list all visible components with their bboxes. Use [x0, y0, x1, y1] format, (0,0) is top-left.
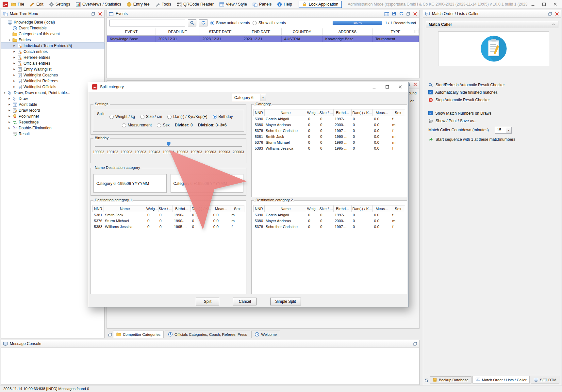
column-header[interactable]: Size / ...	[319, 205, 333, 212]
table-row[interactable]: 5378Schreiber Christine001997-...00.0f	[254, 224, 405, 230]
column-header[interactable]: Size / ...	[319, 109, 333, 116]
radio-weight-kg[interactable]: Weight / kg	[109, 114, 135, 119]
column-header[interactable]: Dan(-) / K...	[352, 109, 373, 116]
close-icon[interactable]	[398, 85, 403, 89]
tree-item[interactable]: ▶Individual / Team Entries (5)	[1, 43, 104, 49]
export-icon[interactable]	[392, 11, 396, 16]
column-header[interactable]: NNR	[93, 205, 104, 212]
restore-panel-icon[interactable]	[548, 12, 552, 16]
tree-expand-arrow-icon[interactable]: ▶	[13, 86, 16, 88]
destination-name-2-input[interactable]: Category 6 +199506 YYYYMM	[171, 174, 244, 193]
table-row[interactable]: 5381Smith Jack001990-...00.0m	[93, 212, 244, 218]
tree-expand-arrow-icon[interactable]: ▼	[8, 39, 11, 41]
tab-competitor-categories[interactable]: Competitor Categories	[113, 331, 164, 338]
table-row[interactable]: 5383Williams Jessica001995-...00.0f	[254, 145, 405, 151]
table-row[interactable]: Knowledge Base2023.12.312023.12.312023.1…	[107, 35, 419, 42]
column-header[interactable]: END DATE	[241, 28, 281, 35]
tree-expand-arrow-icon[interactable]: ▶	[8, 103, 11, 106]
tab-set-dtm[interactable]: SET DTM	[531, 376, 559, 384]
table-row[interactable]: 5390Garcia Abigail001997-...00.0f	[254, 116, 405, 122]
tree-expand-arrow-icon[interactable]: ▶	[13, 68, 16, 71]
refresh-button[interactable]	[199, 19, 207, 26]
tab-officials-categories[interactable]: Officials Categories, Coach, Referee, Pr…	[165, 331, 250, 338]
lock-application-button[interactable]: Lock Application	[299, 1, 342, 8]
checkbox-checked-icon[interactable]	[428, 90, 433, 94]
column-header[interactable]: Name	[264, 205, 307, 212]
column-header[interactable]: Dan(-) / K...	[191, 205, 212, 212]
column-header[interactable]: Name	[104, 205, 146, 212]
menu-item-view-style[interactable]: View / Style	[219, 2, 247, 7]
destination-name-1-input[interactable]: Category 6 -199506 YYYYMM	[93, 174, 167, 193]
panel-toggle-icon[interactable]	[424, 378, 429, 383]
table-row[interactable]: 5376Sturm Michael001990-...00.0m	[93, 218, 244, 224]
column-header[interactable]: Meas...	[373, 205, 391, 212]
tab-match-order-lists-caller[interactable]: Match Order / Lists / Caller	[472, 376, 530, 384]
column-header[interactable]: EVENT	[107, 28, 156, 35]
table-row[interactable]: 5380Mayer Andreas002000-...00.0m	[254, 122, 405, 128]
table-row[interactable]: 5380Mayer Andreas002000-...00.0m	[254, 218, 405, 224]
column-header[interactable]: TYPE	[372, 28, 419, 35]
tree-expand-arrow-icon[interactable]: ▶	[8, 121, 11, 123]
column-header[interactable]: Size / ...	[158, 205, 173, 212]
option-show-match-numbers[interactable]: Show Match Numbers on Draws	[423, 109, 561, 117]
column-header[interactable]: Birthd...	[333, 109, 352, 116]
tree-expand-arrow-icon[interactable]: ▶	[8, 97, 11, 100]
option-start-sequence[interactable]: Start sequence with 1 at these matchnumb…	[423, 136, 561, 143]
column-header[interactable]: DEADLINE	[156, 28, 200, 35]
column-header[interactable]: Meas...	[373, 109, 391, 116]
tree-expand-arrow-icon[interactable]: ▶	[13, 74, 16, 76]
tree-item[interactable]: Event Timetable	[1, 25, 104, 31]
tree-expand-arrow-icon[interactable]: ▶	[8, 127, 11, 129]
close-panel-icon[interactable]	[98, 12, 102, 16]
tree-item[interactable]: ▶Officials entries	[1, 60, 104, 66]
tree-item[interactable]: ▶Entry Waitinglist	[1, 66, 104, 72]
table-row[interactable]: 5381Smith Jack001990-...00.0m	[254, 134, 405, 139]
menu-item-qrcode-reader[interactable]: QRCode Reader	[177, 2, 214, 7]
menu-item-settings[interactable]: Settings	[49, 2, 70, 7]
tree-item[interactable]: Knowledge Base (local)	[1, 19, 104, 25]
chevron-up-icon[interactable]	[552, 23, 555, 26]
checkbox-checked-icon[interactable]	[428, 111, 433, 115]
search-button[interactable]	[188, 19, 196, 26]
maximize-icon[interactable]	[542, 2, 546, 7]
radio-show-all-events[interactable]: Show all events	[253, 21, 286, 25]
tree-expand-arrow-icon[interactable]: ▶	[8, 115, 11, 118]
option-start-refresh-checker[interactable]: Start/Refresh Automatic Result Checker	[423, 81, 561, 89]
column-header[interactable]: Name	[264, 109, 307, 116]
close-panel-icon[interactable]	[413, 82, 417, 87]
column-header[interactable]: ADDRESS	[322, 28, 372, 35]
menu-item-help[interactable]: Help	[277, 2, 292, 7]
tree-expand-arrow-icon[interactable]: ▶	[13, 44, 16, 47]
column-header[interactable]: Weig...	[307, 205, 319, 212]
column-header[interactable]: NNR	[254, 109, 265, 116]
restore-panel-icon[interactable]	[406, 12, 410, 16]
restore-panel-icon[interactable]	[91, 12, 95, 16]
tree-expand-arrow-icon[interactable]: ▶	[8, 109, 11, 112]
category-select[interactable]: Category 6	[232, 94, 266, 101]
tab-welcome[interactable]: Welcome	[251, 331, 280, 338]
radio-sex[interactable]: Sex	[157, 123, 170, 127]
column-header[interactable]: Birthd...	[173, 205, 191, 212]
tree-expand-arrow-icon[interactable]: ▶	[13, 50, 16, 53]
menu-item-tools[interactable]: Tools	[155, 2, 171, 7]
cancel-button[interactable]: Cancel	[233, 298, 256, 305]
birthday-slider-thumb[interactable]	[167, 142, 171, 146]
table-row[interactable]: 5390Garcia Abigail001997-...00.0f	[254, 212, 405, 218]
tree-expand-arrow-icon[interactable]: ▼	[3, 92, 6, 94]
column-filter-icon[interactable]	[414, 29, 419, 34]
tree-expand-arrow-icon[interactable]: ▶	[13, 56, 16, 59]
tree-item[interactable]: ▶Coach entries	[1, 49, 104, 55]
birthday-slider-track[interactable]	[95, 146, 242, 147]
minimize-icon[interactable]	[531, 2, 535, 7]
tree-item[interactable]: Categories of this event	[1, 31, 104, 37]
countdown-select[interactable]: 15	[495, 127, 512, 134]
radio-measurement[interactable]: Measurement	[122, 123, 152, 127]
column-header[interactable]: Birthd...	[333, 205, 352, 212]
chevron-down-icon[interactable]	[260, 94, 266, 101]
menu-item-edit[interactable]: Edit	[30, 2, 43, 7]
radio-dan-kyu-kup[interactable]: Dan(-) / Kyu/Kup(+)	[167, 114, 207, 119]
column-header[interactable]: Dan(-) / K...	[352, 205, 373, 212]
option-show-print-save[interactable]: Show / Print / Save as...	[423, 117, 561, 124]
tree-item[interactable]: ▼Entries	[1, 37, 104, 43]
radio-show-actual-events[interactable]: Show actual events	[210, 21, 250, 25]
